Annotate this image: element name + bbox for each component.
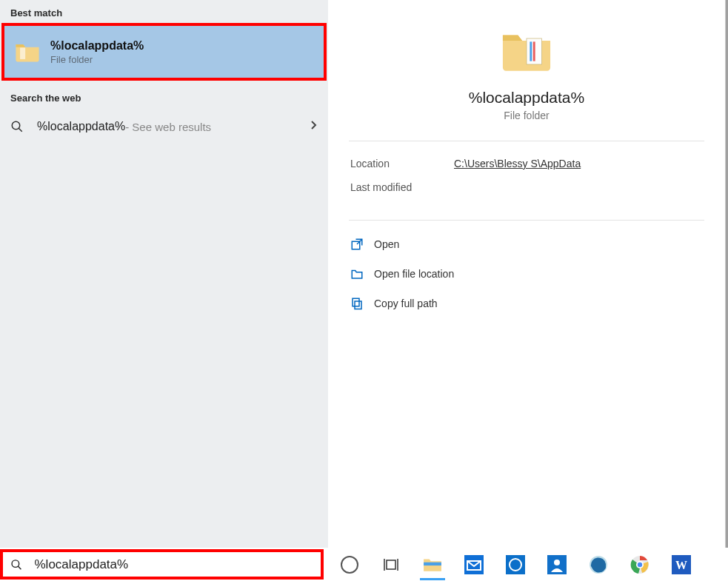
svg-line-2	[19, 128, 22, 132]
preview-pane: %localappdata% File folder Location C:\U…	[328, 0, 725, 548]
open-icon	[350, 238, 364, 251]
best-match-title: %localappdata%	[50, 39, 144, 53]
location-row: Location C:\Users\Blessy S\AppData	[350, 158, 703, 169]
folder-location-icon	[350, 267, 364, 281]
actions-block: Open Open file location Copy full path	[328, 221, 725, 327]
dell-app-button[interactable]	[498, 549, 532, 580]
task-view-button[interactable]	[374, 549, 408, 580]
svg-rect-5	[533, 41, 535, 61]
copy-icon	[350, 297, 364, 310]
preview-header: %localappdata% File folder	[328, 0, 725, 141]
svg-line-11	[18, 566, 21, 569]
search-results-pane: Best match %localappdata% File folder Se…	[0, 0, 328, 548]
location-link[interactable]: C:\Users\Blessy S\AppData	[454, 158, 581, 169]
best-match-result[interactable]: %localappdata% File folder	[1, 23, 327, 81]
cortana-icon	[341, 556, 358, 574]
svg-point-1	[12, 121, 20, 130]
svg-rect-4	[530, 41, 532, 61]
search-results-window: Best match %localappdata% File folder Se…	[0, 0, 726, 548]
dell-icon	[506, 555, 525, 574]
svg-rect-18	[506, 555, 525, 574]
metadata-block: Location C:\Users\Blessy S\AppData Last …	[328, 141, 725, 220]
location-label: Location	[350, 158, 454, 169]
taskbar: W	[0, 548, 728, 581]
best-match-subtitle: File folder	[50, 54, 144, 65]
mail-button[interactable]	[457, 549, 491, 580]
person-icon	[547, 555, 567, 574]
svg-rect-0	[20, 47, 25, 59]
open-file-location-label: Open file location	[374, 268, 454, 280]
best-match-header: Best match	[0, 0, 328, 23]
search-icon	[10, 120, 24, 133]
svg-rect-15	[424, 562, 441, 565]
web-hint: - See web results	[125, 121, 211, 133]
word-button[interactable]: W	[664, 549, 698, 580]
copy-full-path-action[interactable]: Copy full path	[350, 289, 703, 318]
chrome-icon	[630, 555, 649, 574]
search-icon	[10, 558, 22, 571]
open-file-location-action[interactable]: Open file location	[350, 259, 703, 289]
svg-rect-9	[353, 298, 359, 306]
chevron-right-icon	[310, 120, 318, 133]
task-view-icon	[382, 557, 400, 572]
file-explorer-icon	[423, 555, 442, 574]
open-action-label: Open	[374, 238, 399, 250]
edge-button[interactable]	[581, 549, 615, 580]
svg-text:W: W	[675, 559, 687, 571]
svg-point-25	[638, 562, 642, 566]
copy-full-path-label: Copy full path	[374, 298, 438, 309]
search-web-header: Search the web	[0, 85, 328, 108]
taskbar-icons: W	[333, 549, 698, 580]
word-icon: W	[672, 555, 691, 574]
best-match-text: %localappdata% File folder	[50, 39, 144, 65]
svg-rect-8	[355, 301, 361, 309]
svg-rect-13	[387, 560, 395, 569]
open-action[interactable]: Open	[350, 229, 703, 259]
last-modified-label: Last modified	[350, 181, 454, 193]
preview-title: %localappdata%	[469, 89, 584, 107]
file-explorer-button[interactable]	[415, 549, 450, 580]
web-search-result[interactable]: %localappdata% - See web results	[0, 108, 328, 145]
last-modified-row: Last modified	[350, 181, 703, 193]
folder-icon	[15, 41, 40, 63]
svg-point-10	[12, 560, 19, 567]
folder-icon	[501, 27, 552, 74]
taskbar-search-box[interactable]	[0, 549, 324, 580]
search-input[interactable]	[33, 557, 313, 573]
account-app-button[interactable]	[540, 549, 574, 580]
web-query: %localappdata%	[37, 120, 125, 133]
cortana-button[interactable]	[333, 549, 367, 580]
chrome-button[interactable]	[623, 549, 657, 580]
svg-point-21	[554, 560, 560, 565]
preview-subtitle: File folder	[504, 110, 549, 121]
mail-icon	[464, 555, 484, 574]
edge-icon	[589, 555, 608, 574]
